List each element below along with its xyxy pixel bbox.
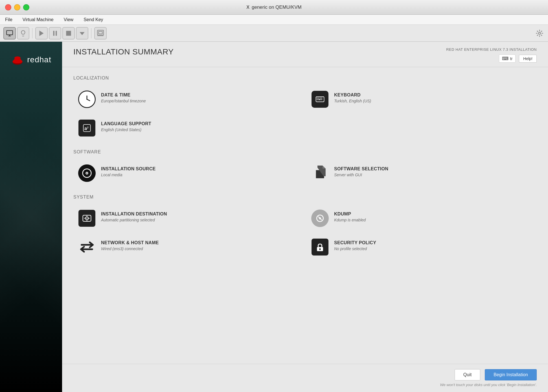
kdump-item[interactable]: KDUMP Kdump is enabled [306, 205, 537, 231]
svg-line-15 [537, 31, 538, 32]
svg-point-36 [86, 173, 87, 174]
svg-rect-4 [56, 31, 57, 36]
keyboard-text: KEYBOARD Turkish, English (US) [334, 90, 371, 103]
close-button[interactable] [5, 4, 11, 10]
svg-line-17 [541, 31, 542, 32]
play-button[interactable] [35, 27, 48, 39]
section-system: SYSTEM [73, 195, 537, 200]
keyboard-item[interactable]: KEYBOARD Turkish, English (US) [306, 86, 537, 112]
svg-line-41 [319, 217, 322, 220]
svg-marker-2 [39, 30, 43, 36]
svg-rect-7 [97, 30, 104, 35]
software-selection-icon [311, 164, 329, 182]
svg-rect-47 [320, 249, 321, 250]
window-title-text: generic on QEMU/KVM [252, 5, 302, 10]
date-time-name: DATE & TIME [101, 93, 146, 98]
security-policy-detail: No profile selected [334, 246, 376, 251]
window-title: X generic on QEMU/KVM [246, 5, 301, 10]
redhat-logo-text: redhat [27, 55, 51, 64]
date-time-text: DATE & TIME Europe/Istanbul timezone [101, 90, 146, 103]
security-policy-name: SECURITY POLICY [334, 240, 376, 245]
installation-destination-icon [78, 209, 96, 227]
menu-view[interactable]: View [62, 16, 75, 23]
section-localization: LOCALIZATION [73, 76, 537, 81]
footer-buttons: Quit Begin Installation [455, 369, 537, 380]
window-controls[interactable] [5, 4, 29, 10]
display-button[interactable] [94, 27, 107, 39]
installation-source-text: INSTALLATION SOURCE Local media [101, 164, 156, 177]
network-item[interactable]: NETWORK & HOST NAME Wired (ens3) connect… [73, 234, 304, 260]
svg-rect-27 [321, 98, 323, 99]
stop-button[interactable] [62, 27, 75, 39]
svg-rect-8 [99, 31, 102, 34]
menu-file[interactable]: File [3, 16, 14, 23]
svg-rect-29 [318, 99, 321, 100]
kdump-detail: Kdump is enabled [334, 218, 366, 222]
main-area: redhat INSTALLATION SUMMARY RED HAT ENTE… [0, 42, 548, 392]
software-selection-detail: Server with GUI [334, 173, 388, 177]
minimize-button[interactable] [14, 4, 20, 10]
svg-rect-26 [320, 98, 321, 99]
svg-rect-5 [66, 31, 71, 36]
kdump-name: KDUMP [334, 212, 366, 217]
language-item[interactable]: a ∂ LANGUAGE SUPPORT English (United Sta… [73, 115, 304, 141]
security-policy-item[interactable]: SECURITY POLICY No profile selected [306, 234, 537, 260]
pause-button[interactable] [49, 27, 61, 39]
toolbar [0, 25, 548, 42]
software-selection-text: SOFTWARE SELECTION Server with GUI [334, 164, 388, 177]
keyboard-lang: tr [510, 56, 513, 61]
toolbar-divider-2 [91, 28, 91, 38]
section-software: SOFTWARE [73, 149, 537, 155]
date-time-detail: Europe/Istanbul timezone [101, 99, 146, 103]
installation-source-detail: Local media [101, 173, 156, 177]
menu-bar: File Virtual Machine View Send Key [0, 15, 548, 25]
installation-source-icon [78, 164, 96, 182]
title-bar: X generic on QEMU/KVM [0, 0, 548, 15]
header-right: RED HAT ENTERPRISE LINUX 7.3 INSTALLATIO… [446, 47, 537, 63]
installation-summary-title: INSTALLATION SUMMARY [73, 47, 174, 56]
svg-point-10 [538, 32, 541, 34]
svg-point-39 [86, 218, 87, 219]
software-selection-item[interactable]: SOFTWARE SELECTION Server with GUI [306, 160, 537, 186]
svg-marker-6 [80, 32, 84, 35]
security-policy-text: SECURITY POLICY No profile selected [334, 238, 376, 251]
menu-send-key[interactable]: Send Key [82, 16, 105, 23]
date-time-item[interactable]: DATE & TIME Europe/Istanbul timezone [73, 86, 304, 112]
help-button[interactable]: Help! [519, 55, 537, 63]
kdump-icon [311, 209, 329, 227]
installation-destination-name: INSTALLATION DESTINATION [101, 212, 167, 217]
lightbulb-button[interactable] [17, 27, 29, 39]
software-grid: INSTALLATION SOURCE Local media [73, 160, 537, 186]
keyboard-detail: Turkish, English (US) [334, 99, 371, 103]
title-x-icon: X [246, 5, 249, 10]
redhat-logo: redhat [11, 53, 51, 67]
menu-virtual-machine[interactable]: Virtual Machine [21, 16, 55, 23]
quit-button[interactable]: Quit [455, 369, 480, 380]
keyboard-name: KEYBOARD [334, 93, 371, 98]
footer-note: We won't touch your disks until you clic… [440, 383, 537, 387]
date-time-icon [78, 90, 96, 108]
network-text: NETWORK & HOST NAME Wired (ens3) connect… [101, 238, 159, 251]
svg-rect-25 [318, 98, 319, 99]
installation-source-name: INSTALLATION SOURCE [101, 166, 156, 171]
dropdown-button[interactable] [76, 27, 88, 39]
language-detail: English (United States) [101, 127, 151, 132]
network-icon [78, 238, 96, 256]
svg-line-22 [87, 99, 90, 101]
localization-grid: DATE & TIME Europe/Istanbul timezone [73, 86, 537, 141]
keyboard-indicator[interactable]: ⌨ tr [499, 54, 516, 63]
installer-footer: Quit Begin Installation We won't touch y… [62, 364, 548, 392]
svg-point-20 [14, 56, 21, 60]
system-grid: INSTALLATION DESTINATION Automatic parti… [73, 205, 537, 260]
svg-rect-3 [53, 31, 54, 36]
security-policy-icon [311, 238, 329, 256]
language-text: LANGUAGE SUPPORT English (United States) [101, 119, 151, 132]
kdump-text: KDUMP Kdump is enabled [334, 209, 366, 222]
maximize-button[interactable] [23, 4, 29, 10]
installation-destination-item[interactable]: INSTALLATION DESTINATION Automatic parti… [73, 205, 304, 231]
monitor-button[interactable] [3, 27, 16, 39]
begin-installation-button[interactable]: Begin Installation [485, 369, 537, 380]
resize-icon[interactable] [534, 28, 545, 38]
installation-source-item[interactable]: INSTALLATION SOURCE Local media [73, 160, 304, 186]
svg-text:∂: ∂ [87, 126, 88, 129]
